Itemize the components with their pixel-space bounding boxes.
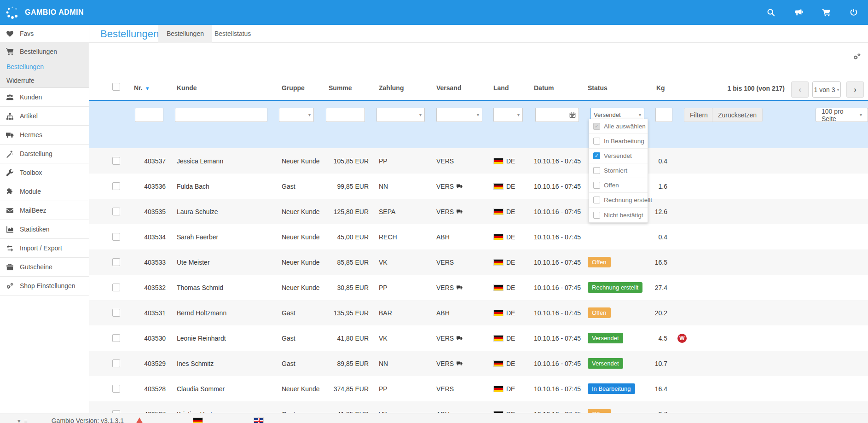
row-checkbox[interactable]	[112, 359, 120, 367]
pagination-prev-button[interactable]: ‹	[791, 81, 809, 98]
status-filter-dropdown: ✓ Alle auswählen In Bearbeitung ✓ Versen…	[589, 119, 648, 223]
tab-bestellstatus[interactable]: Bestellstatus	[206, 25, 259, 43]
sidebar-item-kunden[interactable]: Kunden	[0, 88, 89, 107]
sidebar-item-gutscheine[interactable]: Gutscheine	[0, 258, 89, 277]
tab-bestellungen[interactable]: Bestellungen	[158, 25, 212, 43]
table-row[interactable]: 403535 Laura Schulze Neuer Kunde 125,80 …	[89, 199, 868, 224]
sidebar-item-favs[interactable]: Favs	[0, 25, 89, 43]
status-dropdown-option[interactable]: ✓ Alle auswählen	[589, 119, 648, 134]
order-number: 403527	[134, 401, 166, 413]
cart-icon[interactable]	[818, 5, 834, 20]
filter-land-select[interactable]: ▾	[493, 108, 523, 122]
select-all-checkbox[interactable]	[112, 83, 120, 91]
table-row[interactable]: 403527 Kristian Hertz Gast 41,85 EUR VK …	[89, 401, 868, 413]
column-header-versand[interactable]: Versand	[436, 84, 461, 92]
pagination-next-button[interactable]: ›	[846, 81, 864, 98]
filter-kg-input[interactable]	[655, 108, 672, 122]
order-number: 403536	[134, 174, 166, 199]
filter-summe-input[interactable]	[326, 108, 365, 122]
filter-kunde-input[interactable]	[175, 108, 267, 122]
column-header-nr[interactable]: Nr.▼	[134, 84, 150, 92]
shipping-method: VERS	[436, 249, 454, 275]
option-checkbox[interactable]	[593, 212, 600, 219]
row-checkbox[interactable]	[112, 309, 120, 317]
search-icon[interactable]	[763, 5, 779, 20]
column-header-gruppe[interactable]: Gruppe	[282, 84, 305, 92]
megaphone-icon[interactable]	[791, 5, 806, 20]
table-row[interactable]: 403537 Jessica Lemann Neuer Kunde 105,85…	[89, 148, 868, 174]
sidebar-item-statistiken[interactable]: Statistiken	[0, 220, 89, 239]
warning-icon[interactable]	[136, 417, 143, 423]
sidebar-item-mailbeez[interactable]: MailBeez	[0, 201, 89, 220]
sidebar-item-darstellung[interactable]: Darstellung	[0, 145, 89, 163]
sidebar-item-hermes[interactable]: Hermes	[0, 126, 89, 145]
filter-datum-input[interactable]	[535, 108, 579, 122]
row-checkbox[interactable]	[112, 233, 120, 241]
power-icon[interactable]	[846, 5, 862, 20]
option-checkbox[interactable]: ✓	[593, 152, 600, 159]
sidebar-item-toolbox[interactable]: Toolbox	[0, 163, 89, 182]
sidebar-item-bestellungen[interactable]: Bestellungen	[0, 43, 89, 60]
flag-de-icon[interactable]	[193, 417, 203, 423]
row-checkbox[interactable]	[112, 208, 120, 215]
flag-gb-icon[interactable]	[254, 417, 264, 423]
caret-down-icon: ▾	[477, 112, 479, 117]
column-header-summe[interactable]: Summe	[329, 84, 352, 92]
status-dropdown-option[interactable]: Offen	[589, 178, 648, 193]
row-checkbox[interactable]	[112, 258, 120, 266]
column-header-land[interactable]: Land	[493, 84, 509, 92]
filter-gruppe-select[interactable]: ▾	[279, 108, 314, 122]
table-row[interactable]: 403532 Thomas Schmid Neuer Kunde 30,85 E…	[89, 275, 868, 300]
option-label: Rechnung erstellt	[604, 197, 652, 203]
cart-icon	[6, 47, 14, 55]
country-code: DE	[506, 309, 515, 317]
row-checkbox[interactable]	[112, 334, 120, 342]
column-header-datum[interactable]: Datum	[534, 84, 554, 92]
table-row[interactable]: 403529 Ines Schmitz Gast 89,85 EUR NN VE…	[89, 351, 868, 376]
row-checkbox[interactable]	[112, 157, 120, 165]
sidebar-item-artikel[interactable]: Artikel	[0, 107, 89, 126]
column-header-kunde[interactable]: Kunde	[177, 84, 197, 92]
table-row[interactable]: 403533 Ute Meister Neuer Kunde 85,85 EUR…	[89, 249, 868, 275]
row-checkbox[interactable]	[112, 182, 120, 190]
table-row[interactable]: 403534 Sarah Faerber Neuer Kunde 45,00 E…	[89, 224, 868, 249]
filter-versand-select[interactable]: ▾	[436, 108, 482, 122]
country-code: DE	[506, 385, 515, 393]
status-dropdown-option[interactable]: Storniert	[589, 163, 648, 178]
status-dropdown-option[interactable]: Nicht bestätigt	[589, 208, 648, 222]
sidebar-item-shop-einstellungen[interactable]: Shop Einstellungen	[0, 277, 89, 296]
option-checkbox[interactable]	[593, 138, 600, 145]
filter-zahlung-select[interactable]: ▾	[376, 108, 425, 122]
filter-reset-button[interactable]: Zurücksetzen	[712, 108, 763, 122]
row-checkbox[interactable]	[112, 385, 120, 393]
sidebar-item-label: Hermes	[20, 131, 42, 139]
option-checkbox[interactable]	[593, 182, 600, 189]
per-page-select[interactable]: 100 pro Seite▾	[816, 108, 868, 122]
sidebar-group-bestellungen: Bestellungen Bestellungen Widerrufe	[0, 43, 89, 88]
filter-apply-button[interactable]: Filtern	[684, 108, 714, 122]
option-checkbox[interactable]: ✓	[593, 123, 600, 130]
option-checkbox[interactable]	[593, 197, 600, 203]
sidebar-subitem-bestellungen[interactable]: Bestellungen	[0, 60, 89, 74]
status-dropdown-option[interactable]: In Bearbeitung	[589, 134, 648, 149]
option-checkbox[interactable]	[593, 167, 600, 174]
column-header-status[interactable]: Status	[588, 84, 608, 92]
row-checkbox[interactable]	[112, 284, 120, 291]
pagination-page-select[interactable]: 1 von 3▾	[812, 81, 841, 98]
footer-collapse-menu-icons[interactable]: ▾ ≡	[0, 417, 29, 423]
table-row[interactable]: 403528 Claudia Sommer Neuer Kunde 374,85…	[89, 376, 868, 401]
status-dropdown-option[interactable]: ✓ Versendet	[589, 149, 648, 163]
table-settings-gears-icon[interactable]	[852, 52, 862, 61]
sidebar-item-module[interactable]: Module	[0, 182, 89, 201]
sidebar-item-import-export[interactable]: Import / Export	[0, 239, 89, 258]
country: DE	[493, 376, 515, 401]
column-header-kg[interactable]: Kg	[656, 84, 665, 92]
column-header-zahlung[interactable]: Zahlung	[379, 84, 404, 92]
sidebar-subitem-widerrufe[interactable]: Widerrufe	[0, 74, 89, 87]
table-row[interactable]: 403531 Bernd Holtzmann Gast 135,95 EUR B…	[89, 300, 868, 325]
table-row[interactable]: 403530 Leonie Reinhardt Gast 41,80 EUR V…	[89, 325, 868, 351]
status-dropdown-option[interactable]: Rechnung erstellt	[589, 193, 648, 208]
table-row[interactable]: 403536 Fulda Bach Gast 99,85 EUR NN VERS…	[89, 174, 868, 199]
filter-nr-input[interactable]	[135, 108, 163, 122]
customer-group: Neuer Kunde	[282, 148, 320, 174]
